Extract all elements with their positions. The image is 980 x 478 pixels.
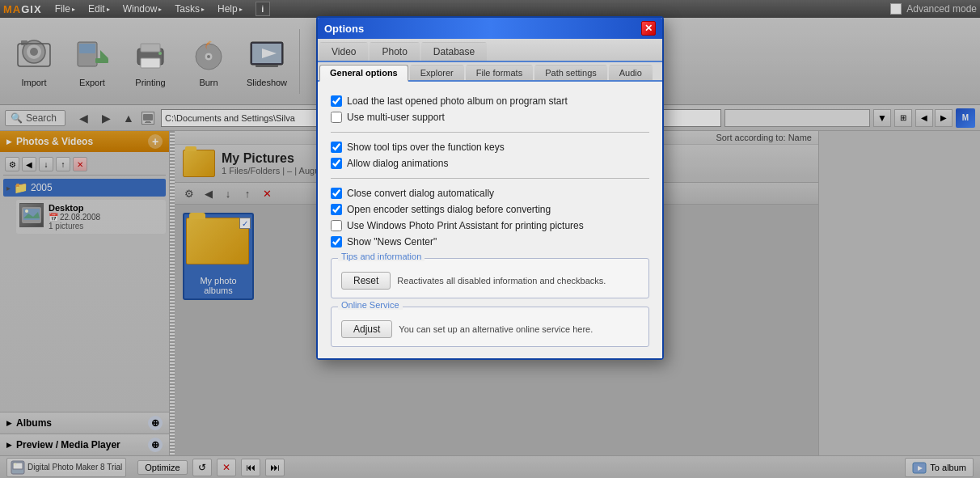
online-section: Online Service Adjust You can set up an … — [331, 307, 649, 347]
checkbox-multi-user[interactable] — [331, 112, 342, 123]
dialog-close-btn[interactable]: ✕ — [641, 21, 656, 36]
checkbox-open-encoder[interactable] — [331, 204, 342, 215]
label-load-last: Load the last opened photo album on prog… — [347, 95, 568, 107]
checkbox-win-photo[interactable] — [331, 220, 342, 231]
tab-video[interactable]: Video — [319, 42, 368, 61]
dialog-body: Load the last opened photo album on prog… — [318, 82, 662, 358]
checkbox-tool-tips[interactable] — [331, 142, 342, 153]
option-open-encoder: Open encoder settings dialog before conv… — [331, 201, 649, 218]
reset-btn[interactable]: Reset — [341, 272, 391, 290]
dialog-overlay: Options ✕ Video Photo Database General o… — [0, 0, 980, 478]
subtab-path-settings[interactable]: Path settings — [534, 65, 607, 80]
online-section-row: Adjust You can set up an alternative onl… — [341, 320, 639, 338]
dialog-tabs-top: Video Photo Database — [318, 39, 662, 62]
subtab-explorer[interactable]: Explorer — [410, 65, 464, 80]
checkbox-load-last[interactable] — [331, 95, 342, 107]
option-tool-tips: Show tool tips over the function keys — [331, 139, 649, 155]
tips-section-row: Reset Reactivates all disabled informati… — [341, 272, 639, 290]
checkbox-dialog-anim[interactable] — [331, 158, 342, 169]
label-open-encoder: Open encoder settings dialog before conv… — [347, 204, 551, 215]
label-tool-tips: Show tool tips over the function keys — [347, 142, 505, 153]
sep1 — [331, 132, 649, 133]
reset-desc: Reactivates all disabled information and… — [397, 276, 606, 286]
dialog-title: Options — [324, 23, 364, 35]
adjust-btn[interactable]: Adjust — [341, 320, 392, 338]
subtab-general[interactable]: General options — [319, 65, 408, 82]
tips-section: Tips and information Reset Reactivates a… — [331, 258, 649, 298]
checkbox-news-center[interactable] — [331, 236, 342, 247]
label-win-photo: Use Windows Photo Print Assistant for pr… — [347, 220, 584, 231]
tips-section-title: Tips and information — [338, 252, 425, 261]
label-dialog-anim: Allow dialog animations — [347, 158, 448, 169]
subtab-audio[interactable]: Audio — [609, 65, 653, 80]
online-section-title: Online Service — [338, 300, 403, 310]
checkbox-close-convert[interactable] — [331, 188, 342, 199]
option-multi-user: Use multi-user support — [331, 109, 649, 125]
option-close-convert: Close convert dialog automatically — [331, 185, 649, 201]
adjust-desc: You can set up an alternative online ser… — [399, 324, 593, 334]
dialog-titlebar: Options ✕ — [318, 18, 662, 39]
sep2 — [331, 178, 649, 179]
dialog-tabs-sub: General options Explorer File formats Pa… — [318, 62, 662, 82]
label-close-convert: Close convert dialog automatically — [347, 188, 494, 199]
subtab-file-formats[interactable]: File formats — [466, 65, 533, 80]
tab-database[interactable]: Database — [421, 42, 487, 61]
tab-photo[interactable]: Photo — [370, 42, 419, 61]
option-win-photo: Use Windows Photo Print Assistant for pr… — [331, 218, 649, 234]
option-news-center: Show "News Center" — [331, 234, 649, 250]
option-dialog-anim: Allow dialog animations — [331, 155, 649, 171]
option-load-last: Load the last opened photo album on prog… — [331, 93, 649, 109]
options-dialog: Options ✕ Video Photo Database General o… — [316, 16, 664, 360]
label-news-center: Show "News Center" — [347, 236, 437, 247]
label-multi-user: Use multi-user support — [347, 112, 445, 123]
